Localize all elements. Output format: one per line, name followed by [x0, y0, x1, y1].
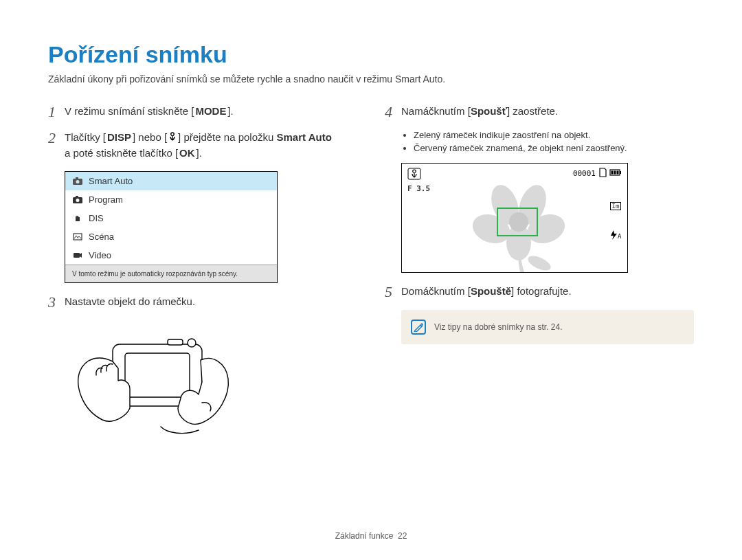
macro-icon: [167, 131, 178, 146]
svg-rect-1: [76, 177, 78, 179]
image-size-indicator: Im: [610, 202, 622, 210]
step-text: Domáčknutím [: [401, 285, 471, 297]
bullet-red: Červený rámeček znamená, že objekt není …: [414, 143, 694, 153]
svg-rect-4: [76, 196, 78, 198]
hand-icon: [72, 213, 83, 223]
lcd-preview: F 3.5 00001 Im A: [401, 163, 628, 273]
step-text: ] fotografujte.: [511, 285, 572, 297]
menu-item-label: Program: [89, 194, 123, 205]
svg-point-18: [526, 253, 552, 273]
svg-text:A: A: [618, 233, 622, 240]
menu-item-label: Smart Auto: [89, 176, 133, 186]
step-text: Tlačítky [: [65, 131, 106, 143]
step-text: V režimu snímání stiskněte [: [65, 105, 194, 117]
footer-page: 22: [398, 531, 407, 541]
step-bold: Smart Auto: [277, 131, 332, 143]
step-bold: Spouště: [471, 285, 511, 297]
disp-button-label: DISP: [106, 130, 133, 146]
svg-rect-21: [620, 171, 621, 174]
f-value: F 3.5: [407, 184, 430, 193]
step-text: Nastavte objekt do rámečku.: [65, 294, 195, 310]
step-number: 2: [48, 130, 65, 146]
svg-point-11: [188, 339, 196, 347]
step-text: ] nebo [: [133, 131, 167, 143]
page-footer: Základní funkce 22: [0, 531, 742, 541]
ok-button-label: OK: [178, 146, 196, 161]
macro-indicator-icon: [407, 168, 421, 183]
menu-item-smart-auto[interactable]: Smart Auto: [65, 172, 277, 190]
menu-item-video[interactable]: Video: [65, 246, 277, 265]
focus-bullets: Zelený rámeček indikuje zaostření na obj…: [401, 130, 694, 153]
menu-item-scene[interactable]: Scéna: [65, 227, 277, 246]
menu-item-label: DIS: [89, 213, 104, 223]
svg-rect-7: [74, 253, 80, 258]
step-number: 3: [48, 294, 65, 311]
svg-rect-22: [611, 171, 614, 175]
step-4: 4 Namáčknutím [Spoušť] zaostřete.: [385, 104, 694, 120]
svg-rect-6: [74, 234, 82, 240]
svg-rect-10: [168, 339, 183, 345]
camera-p-icon: [72, 194, 83, 204]
step-text: a poté stiskněte tlačítko [: [65, 147, 178, 159]
step-1: 1 V režimu snímání stiskněte [MODE].: [48, 104, 357, 120]
footer-label: Základní funkce: [335, 531, 394, 541]
svg-point-2: [76, 180, 80, 183]
battery-icon: [609, 168, 622, 179]
svg-rect-9: [125, 353, 190, 397]
step-number: 4: [385, 104, 401, 120]
step-5: 5 Domáčknutím [Spouště] fotografujte.: [385, 284, 694, 300]
left-column: 1 V režimu snímání stiskněte [MODE]. 2 T…: [48, 104, 357, 440]
menu-item-program[interactable]: Program: [65, 190, 277, 209]
mode-button-label: MODE: [194, 104, 227, 120]
menu-item-label: Scéna: [89, 232, 114, 242]
step-3: 3 Nastavte objekt do rámečku.: [48, 294, 357, 311]
svg-point-5: [76, 199, 80, 202]
step-text: ].: [196, 147, 202, 159]
step-number: 5: [385, 284, 401, 300]
tip-box: Viz tipy na dobré snímky na str. 24.: [401, 310, 694, 344]
step-text: ].: [227, 105, 233, 117]
svg-rect-23: [614, 171, 616, 175]
menu-hint: V tomto režimu je automaticky rozpoznává…: [65, 265, 277, 282]
step-text: ] přejděte na položku: [178, 131, 276, 143]
menu-item-label: Video: [89, 250, 111, 260]
flash-auto-indicator: A: [609, 229, 622, 243]
step-2: 2 Tlačítky [DISP] nebo [] přejděte na po…: [48, 130, 357, 161]
step-bold: Spoušť: [471, 105, 507, 117]
svg-rect-24: [617, 171, 619, 175]
focus-rectangle: [497, 208, 538, 236]
page-title: Pořízení snímku: [48, 41, 694, 68]
camera-icon: [72, 176, 83, 186]
page-subtitle: Základní úkony při pořizování snímků se …: [48, 74, 694, 85]
video-icon: [72, 250, 83, 260]
sd-card-icon: [598, 168, 607, 179]
step-text: ] zaostřete.: [507, 105, 558, 117]
note-icon: [411, 320, 426, 335]
bullet-green: Zelený rámeček indikuje zaostření na obj…: [414, 130, 694, 140]
menu-item-dis[interactable]: DIS: [65, 209, 277, 227]
mode-menu: Smart Auto Program DIS Scéna Video: [65, 171, 278, 283]
step-number: 1: [48, 104, 65, 120]
shot-counter: 00001: [573, 169, 596, 178]
scene-icon: [72, 232, 83, 241]
step-text: Namáčknutím [: [401, 105, 471, 117]
camera-hold-illustration: [65, 320, 357, 440]
right-column: 4 Namáčknutím [Spoušť] zaostřete. Zelený…: [385, 104, 694, 440]
tip-text: Viz tipy na dobré snímky na str. 24.: [434, 322, 563, 332]
